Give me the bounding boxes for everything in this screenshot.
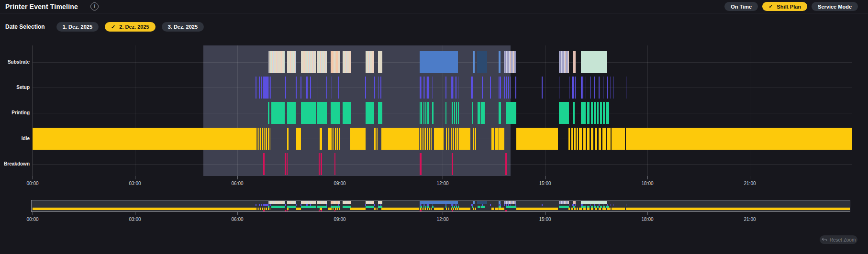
navigator-segment-idle — [260, 208, 261, 210]
timeline-segment-setup — [263, 77, 268, 99]
timeline-segment-setup — [454, 77, 454, 99]
timeline-segment-substrate — [343, 51, 351, 73]
timeline-segment-setup — [456, 77, 457, 99]
navigator-axis-tick — [647, 212, 648, 215]
navigator-axis-tick-label: 18:00 — [637, 217, 658, 222]
timeline-segment-idle — [484, 128, 484, 150]
navigator-segment-idle — [516, 208, 558, 210]
timeline-segment-idle — [258, 128, 259, 150]
timeline-segment-setup — [326, 77, 327, 99]
timeline-segment-setup — [268, 77, 269, 99]
timeline-segment-substrate — [301, 51, 316, 73]
timeline-segment-setup — [499, 77, 499, 99]
navigator-segment-substrate — [317, 201, 327, 204]
timeline-segment-printing — [594, 102, 596, 124]
navigator-segment-idle — [499, 208, 504, 210]
timeline-segment-idle — [425, 128, 426, 150]
navigator-segment-setup — [569, 204, 569, 206]
timeline-segment-idle — [626, 128, 852, 150]
timeline-segment-printing — [366, 102, 374, 124]
navigator-segment-idle — [457, 208, 458, 210]
timeline-segment-setup — [380, 77, 381, 99]
navigator-segment-idle — [431, 208, 432, 210]
navigator-segment-idle — [427, 208, 428, 210]
timeline-segment-setup — [611, 77, 611, 99]
navigator-segment-breakdown — [263, 210, 265, 211]
navigator-segment-idle — [262, 208, 263, 210]
timeline-segment-printing — [481, 102, 485, 124]
timeline-segment-substrate — [499, 51, 501, 73]
timeline-segment-setup — [427, 77, 427, 99]
navigator-segment-idle — [296, 208, 301, 210]
navigator-segment-idle — [491, 208, 494, 210]
timeline-segment-setup — [310, 77, 311, 99]
undo-arrow-icon — [822, 237, 827, 242]
x-axis-tick — [340, 176, 340, 179]
navigator-segment-idle — [583, 208, 586, 210]
timeline-segment-idle — [266, 128, 267, 150]
timeline-segment-setup — [422, 77, 422, 99]
timeline-segment-setup — [508, 77, 509, 99]
navigator-axis-tick — [237, 212, 238, 215]
timeline-segment-printing — [271, 102, 285, 124]
grid-line-vertical — [237, 45, 238, 176]
timeline-segment-breakdown — [287, 153, 288, 175]
timeline-segment-idle — [262, 128, 263, 150]
timeline-segment-setup — [594, 77, 595, 99]
navigator-segment-idle — [33, 208, 256, 210]
navigator-segment-breakdown — [420, 210, 422, 211]
timeline-segment-setup — [482, 77, 482, 99]
row-label-setup: Setup — [0, 85, 30, 90]
navigator-segment-idle — [599, 208, 601, 210]
navigator-axis-tick-label: 15:00 — [534, 217, 556, 222]
timeline-segment-idle — [607, 128, 611, 150]
timeline-segment-idle — [516, 128, 558, 150]
timeline-segment-idle — [423, 128, 424, 150]
navigator-segment-substrate — [559, 201, 569, 204]
navigator-segment-idle — [328, 208, 332, 210]
timeline-segment-setup — [423, 77, 423, 99]
timeline-segment-setup — [338, 77, 339, 99]
navigator-segment-idle — [434, 208, 444, 210]
timeline-segment-setup — [590, 77, 591, 99]
timeline-segment-setup — [500, 77, 501, 99]
timeline-segment-idle — [264, 128, 265, 150]
navigator-axis-tick — [33, 212, 33, 215]
navigator-segment-idle — [579, 208, 582, 210]
navigator-segment-idle — [381, 208, 419, 210]
navigator-segment-setup — [611, 204, 611, 206]
navigator-axis-tick-label: 09:00 — [329, 217, 350, 222]
timeline-segment-setup — [306, 77, 307, 99]
timeline-segment-idle — [475, 128, 476, 150]
timeline-segment-printing — [432, 102, 434, 124]
timeline-segment-printing — [581, 102, 586, 124]
timeline-segment-idle — [256, 128, 257, 150]
timeline-segment-substrate — [573, 51, 576, 73]
navigator-segment-idle — [577, 208, 578, 210]
timeline-segment-setup — [445, 77, 446, 99]
timeline-segment-printing — [425, 102, 426, 124]
timeline-segment-setup — [569, 77, 569, 99]
navigator-segment-breakdown — [319, 210, 320, 211]
timeline-segment-breakdown — [263, 153, 265, 175]
timeline-segment-idle — [328, 128, 332, 150]
reset-zoom-button[interactable]: Reset Zoom — [820, 235, 857, 244]
timeline-segment-printing — [452, 102, 453, 124]
navigator-segment-printing — [559, 206, 569, 208]
timeline-chart: SubstrateSetupPrintingIdleBreakdown00:00… — [0, 0, 868, 254]
navigator-segment-setup — [374, 204, 375, 206]
navigator-segment-idle — [429, 208, 430, 210]
timeline-segment-idle — [374, 128, 376, 150]
timeline-segment-idle — [429, 128, 430, 150]
navigator-segment-idle — [587, 208, 590, 210]
timeline-navigator[interactable] — [31, 200, 850, 212]
navigator-segment-printing — [343, 206, 351, 208]
timeline-segment-printing — [331, 102, 340, 124]
navigator-segment-printing — [506, 206, 516, 208]
row-label-breakdown: Breakdown — [0, 161, 30, 166]
timeline-segment-setup — [420, 77, 421, 99]
navigator-segment-idle — [339, 208, 341, 210]
x-axis-tick-label: 09:00 — [329, 181, 350, 186]
navigator-segment-idle — [484, 208, 484, 210]
navigator-segment-idle — [475, 208, 476, 210]
